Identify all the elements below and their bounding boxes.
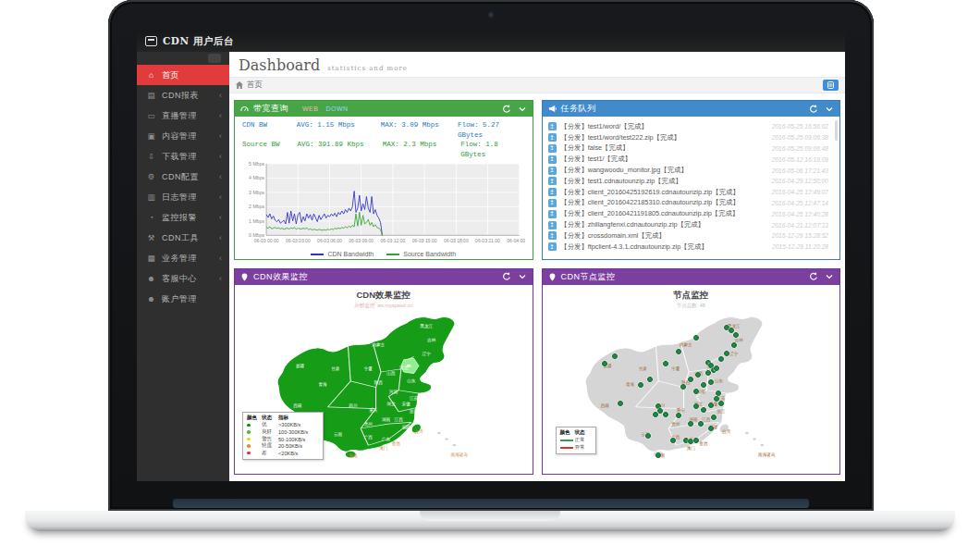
collapse-button[interactable] — [825, 105, 834, 114]
sidebar-item-icon: ⚒ — [146, 233, 156, 242]
chevron-left-icon — [219, 233, 222, 242]
svg-text:06-03 15:00: 06-03 15:00 — [412, 238, 437, 243]
province-label: 广东 — [382, 437, 390, 441]
collapse-button[interactable] — [825, 272, 834, 281]
bandwidth-stats: CDN BW AVG: 1.15 Mbps MAX: 3.09 Mbps Flo… — [242, 120, 525, 159]
sidebar-item-icon: ☻ — [146, 274, 156, 283]
sidebar-toggle-button[interactable] — [208, 54, 221, 63]
province-label: 重庆 — [369, 407, 377, 412]
province-label: 西藏 — [293, 403, 301, 407]
task-icon — [548, 122, 557, 130]
webcam-dot — [488, 12, 494, 18]
province-label: 内蒙古 — [372, 341, 385, 346]
sidebar-item-monitor-alarm[interactable]: ◔ 监控报警 — [137, 207, 229, 228]
svg-text:06-03 18:00: 06-03 18:00 — [444, 238, 469, 243]
collapse-button[interactable] — [518, 105, 527, 114]
chevron-down-icon — [518, 272, 527, 281]
panel-bandwidth-header: 带宽查询 WEBDOWN — [235, 101, 533, 117]
task-text: 【分发】client_20160422185310.cdnautounzip.z… — [561, 198, 740, 207]
task-icon — [548, 242, 557, 251]
task-row[interactable]: 【分发】test1.cdnautounzip.zip【完成】 2016-04-2… — [548, 176, 835, 187]
sidebar-item-label: 日志管理 — [162, 192, 197, 204]
province-label: 新疆 — [296, 363, 304, 367]
legend-item: Source Bandwidth — [386, 251, 456, 257]
task-row[interactable]: 【分发】crossdomain.xml【完成】 2015-12-29 15:28… — [548, 230, 835, 242]
node-dot — [718, 401, 724, 406]
sidebar-item-cdn-config[interactable]: ⚙ CDN配置 — [137, 167, 229, 187]
chevron-down-icon — [518, 105, 527, 114]
task-time: 2016-04-25 12:40:28 — [772, 211, 834, 217]
sidebar-item-service[interactable]: ☻ 客服中心 — [137, 268, 229, 289]
sidebar-item-content[interactable]: ▣ 内容管理 — [137, 126, 229, 146]
breadcrumb: 首页 — [229, 77, 845, 93]
task-time: 2015-12-29 11:20:28 — [772, 243, 834, 250]
collapse-button[interactable] — [518, 272, 527, 281]
task-row[interactable]: 【分发】test1/word/test222.zip【完成】 2016-05-2… — [548, 132, 835, 143]
sidebar-item-label: 下载管理 — [162, 151, 197, 163]
sidebar-item-business[interactable]: ▦ 业务管理 — [137, 248, 229, 268]
sidebar-item-log[interactable]: ▥ 日志管理 — [137, 187, 229, 207]
province-label: 福建 — [402, 424, 410, 428]
task-row[interactable]: 【分发】client_20160425192619.cdnautounzip.z… — [548, 187, 835, 198]
node-dot — [612, 353, 618, 359]
bandwidth-tab[interactable]: DOWN — [325, 105, 348, 112]
sidebar-item-cdn-report[interactable]: ▤ CDN报表 — [137, 85, 229, 105]
sidebar-item-download[interactable]: ⇩ 下载管理 — [137, 146, 229, 167]
laptop-mockup: CDN 用户后台 ⌂ 首页 ▤ CDN报表 — [0, 0, 980, 545]
task-row[interactable]: 【分发】ftpclient-4.3.1.cdnautounzip.zip【完成】… — [548, 242, 835, 253]
refresh-button[interactable] — [502, 105, 511, 114]
map-title: 节点监控 — [543, 290, 840, 302]
task-icon — [548, 210, 557, 218]
list-icon — [827, 81, 834, 89]
task-row[interactable]: 【分发】client_20160421191805.cdnautounzip.z… — [548, 208, 835, 219]
svg-text:06-03 00:00: 06-03 00:00 — [254, 238, 279, 243]
home-icon — [236, 81, 243, 89]
province-label: 湖北 — [386, 402, 395, 406]
task-row[interactable]: 【分发】false【完成】 2016-05-25 09:06:48 — [548, 143, 835, 155]
page-subtitle: statistics and more — [327, 65, 408, 72]
province-label: 四川 — [349, 403, 357, 407]
bandwidth-tab[interactable]: WEB — [302, 105, 318, 112]
node-dot — [638, 382, 643, 388]
node-dot — [729, 328, 734, 333]
svg-text:06-03 06:00: 06-03 06:00 — [317, 238, 342, 243]
refresh-button[interactable] — [809, 272, 818, 281]
refresh-icon — [809, 105, 818, 114]
node-dot — [716, 390, 721, 396]
chevron-left-icon — [219, 152, 222, 161]
effect-legend: 颜色 状态 指标 优 >300KB/s — [242, 412, 324, 460]
cdn-admin-app: CDN 用户后台 ⌂ 首页 ▤ CDN报表 — [137, 31, 845, 481]
task-time: 2016-05-25 09:06:38 — [772, 134, 834, 141]
gauge-icon — [240, 105, 249, 113]
node-dot — [693, 335, 699, 341]
breadcrumb-current[interactable]: 首页 — [247, 80, 263, 91]
node-dot — [714, 365, 719, 371]
sidebar-item-icon: ◔ — [146, 213, 156, 222]
svg-text:2 Mbps: 2 Mbps — [249, 204, 264, 209]
task-row[interactable]: 【分发】test1/word/【完成】 2016-05-25 16:56:02 — [548, 121, 835, 132]
task-row[interactable]: 【分发】wangwoodu_monitor.jpg【完成】 2016-05-06… — [548, 165, 835, 176]
sidebar-item-cdn-tool[interactable]: ⚒ CDN工具 — [137, 228, 229, 248]
task-text: 【分发】test1/word/【完成】 — [561, 122, 648, 131]
sidebar-item-home[interactable]: ⌂ 首页 — [137, 65, 229, 85]
province-label: 青海 — [319, 381, 327, 386]
panel-node-map-header: CDN节点监控 — [543, 269, 840, 285]
breadcrumb-tool-button[interactable] — [823, 80, 839, 91]
refresh-button[interactable] — [502, 272, 511, 281]
chevron-left-icon — [219, 254, 222, 263]
laptop-notch — [420, 511, 560, 521]
node-dot — [663, 412, 668, 417]
refresh-button[interactable] — [809, 105, 818, 114]
panel-effect-map-header: CDN效果监控 — [235, 269, 533, 285]
bandwidth-chart: 0 Mbps1 Mbps2 Mbps3 Mbps4 Mbps5 Mbps06-0… — [242, 161, 525, 250]
sidebar-item-account[interactable]: ☻ 账户管理 — [137, 289, 229, 309]
node-dot — [693, 403, 699, 409]
task-time: 2016-04-25 12:47:14 — [772, 200, 834, 206]
panel-task-queue: 任务队列 【分发】test1/word/【完成】 20 — [542, 100, 841, 260]
task-row[interactable]: 【分发】test1/【完成】 2016-05-12 16:16:09 — [548, 154, 835, 165]
task-row[interactable]: 【分发】zhiliangfenxi.cdnautounzip.zip【完成】 2… — [548, 219, 835, 230]
task-text: 【分发】wangwoodu_monitor.jpg【完成】 — [561, 166, 688, 175]
task-row[interactable]: 【分发】client_20160422185310.cdnautounzip.z… — [548, 198, 835, 209]
app-logo-icon — [145, 36, 157, 46]
sidebar-item-live[interactable]: ▭ 直播管理 — [137, 105, 229, 126]
